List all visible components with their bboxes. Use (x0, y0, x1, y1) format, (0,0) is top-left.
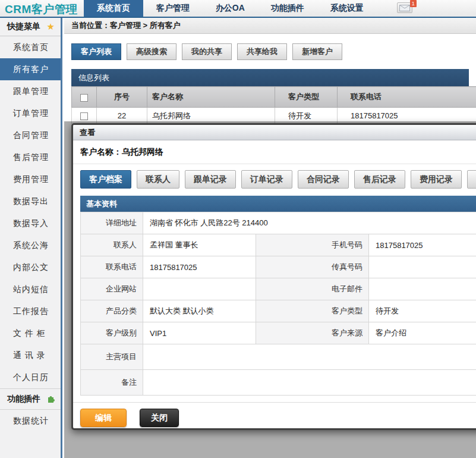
sidebar-item-data-import[interactable]: 数据导入 (0, 212, 61, 234)
customer-table: 序号 客户名称 客户类型 联系电话 22 乌托邦网络 待开发 181758170… (71, 86, 476, 124)
app-logo: CRM客户管理 (0, 0, 84, 17)
tab-contract-records[interactable]: 合同记录 (298, 170, 349, 189)
sidebar-item-contracts[interactable]: 合同管理 (0, 124, 61, 146)
sidebar-item-aftersale[interactable]: 售后管理 (0, 146, 61, 168)
fax-value (369, 256, 476, 278)
tab-followup-records[interactable]: 跟单记录 (185, 170, 236, 189)
level-label: 客户级别 (81, 322, 143, 344)
shared-to-me-button[interactable]: 共享给我 (237, 43, 287, 60)
dialog-footer: 编辑 关闭 (73, 402, 476, 430)
column-type: 客户类型 (275, 87, 338, 108)
nav-home[interactable]: 系统首页 (84, 0, 143, 17)
column-name: 客户名称 (147, 87, 275, 108)
tab-customer-profile[interactable]: 客户档案 (80, 170, 131, 189)
close-button[interactable]: 关闭 (140, 409, 179, 427)
sidebar-item-all-customers[interactable]: 所有客户 (0, 58, 61, 80)
sidebar-header-label: 快捷菜单 (7, 21, 40, 32)
phone-value: 18175817025 (143, 256, 256, 278)
website-value (143, 278, 256, 300)
tab-attachment-records[interactable]: 附件记录 (467, 170, 476, 189)
sidebar-item-followup[interactable]: 跟单管理 (0, 80, 61, 102)
sidebar-item-contacts[interactable]: 通 讯 录 (0, 344, 61, 366)
edit-button[interactable]: 编辑 (80, 409, 127, 427)
sidebar-item-work-reports[interactable]: 工作报告 (0, 300, 61, 322)
select-all-cell (72, 87, 97, 108)
column-seq: 序号 (97, 87, 147, 108)
category-value: 默认大类 默认小类 (143, 300, 256, 322)
tab-contacts[interactable]: 联系人 (137, 170, 179, 189)
tab-aftersale-records[interactable]: 售后记录 (354, 170, 405, 189)
star-icon: ★ (47, 21, 55, 32)
advanced-search-button[interactable]: 高级搜索 (127, 43, 176, 60)
nav-plugins[interactable]: 功能插件 (258, 0, 317, 17)
category-label: 产品分类 (81, 300, 143, 322)
basic-info-section-bar: 基本资料 (80, 196, 476, 212)
tab-expense-records[interactable]: 费用记录 (411, 170, 462, 189)
sidebar-item-orders[interactable]: 订单管理 (0, 102, 61, 124)
customer-list-button[interactable]: 客户列表 (71, 43, 121, 60)
remark-label: 备注 (81, 370, 143, 396)
nav-settings[interactable]: 系统设置 (317, 0, 377, 17)
dialog-tabs: 客户档案 联系人 跟单记录 订单记录 合同记录 售后记录 费用记录 附件记录 (73, 164, 476, 193)
mail-badge: 1 (410, 0, 417, 7)
sidebar-item-file-cabinet[interactable]: 文 件 柜 (0, 322, 61, 344)
nav-office-oa[interactable]: 办公OA (203, 0, 258, 17)
sidebar-item-internal-docs[interactable]: 内部公文 (0, 256, 61, 278)
email-value (369, 278, 476, 300)
toolbar: 客户列表 高级搜索 我的共享 共享给我 新增客户 (71, 43, 469, 60)
sidebar-item-data-stats[interactable]: 数据统计 (0, 410, 61, 432)
my-shares-button[interactable]: 我的共享 (182, 43, 232, 60)
nav-customers[interactable]: 客户管理 (143, 0, 203, 17)
level-value: VIP1 (143, 322, 256, 344)
select-all-checkbox[interactable] (80, 94, 88, 102)
sidebar-item-calendar[interactable]: 个人日历 (0, 366, 61, 388)
business-value (143, 344, 476, 370)
list-title-bar: 信息列表 (71, 69, 469, 86)
app-window: CRM客户管理 系统首页 客户管理 办公OA 功能插件 系统设置 1 快捷菜单 … (0, 0, 476, 458)
dialog-title-bar: 查看 (73, 125, 476, 140)
column-phone: 联系电话 (338, 87, 476, 108)
type-value: 待开发 (369, 300, 476, 322)
sidebar-item-expenses[interactable]: 费用管理 (0, 168, 61, 190)
breadcrumb: 当前位置：客户管理 > 所有客户 (64, 18, 476, 34)
sidebar-header: 快捷菜单 ★ (0, 18, 61, 36)
tab-order-records[interactable]: 订单记录 (241, 170, 292, 189)
row-checkbox[interactable] (80, 112, 88, 120)
puzzle-icon (46, 394, 56, 405)
website-label: 企业网站 (81, 278, 143, 300)
basic-info-table: 详细地址 湖南省 怀化市 人民路22号 214400 联系人 孟祥国 董事长 手… (80, 212, 476, 396)
mail-button[interactable]: 1 (397, 2, 412, 14)
view-customer-dialog: 查看 客户名称：乌托邦网络 客户档案 联系人 跟单记录 订单记录 合同记录 售后… (71, 123, 476, 430)
mobile-label: 手机号码 (256, 234, 369, 256)
table-header-row: 序号 客户名称 客户类型 联系电话 (72, 87, 476, 108)
sidebar-item-data-export[interactable]: 数据导出 (0, 190, 61, 212)
top-navbar: CRM客户管理 系统首页 客户管理 办公OA 功能插件 系统设置 1 (0, 0, 476, 18)
sidebar: 快捷菜单 ★ 系统首页 所有客户 跟单管理 订单管理 合同管理 售后管理 费用管… (0, 18, 62, 458)
email-label: 电子邮件 (256, 278, 369, 300)
fax-label: 传真号码 (256, 256, 369, 278)
contact-value: 孟祥国 董事长 (143, 234, 256, 256)
sidebar-item-messages[interactable]: 站内短信 (0, 278, 61, 300)
phone-label: 联系电话 (81, 256, 143, 278)
remark-value (143, 370, 476, 396)
source-value: 客户介绍 (369, 322, 476, 344)
contact-label: 联系人 (81, 234, 143, 256)
sidebar-item-home[interactable]: 系统首页 (0, 36, 61, 58)
mobile-value: 18175817025 (369, 234, 476, 256)
customer-name-heading: 客户名称：乌托邦网络 (73, 140, 476, 164)
sidebar-plugins-label: 功能插件 (7, 394, 40, 404)
add-customer-button[interactable]: 新增客户 (292, 43, 342, 60)
type-label: 客户类型 (256, 300, 369, 322)
sidebar-plugins-header: 功能插件 (0, 388, 61, 410)
address-value: 湖南省 怀化市 人民路22号 214400 (143, 212, 476, 234)
business-label: 主营项目 (81, 344, 143, 370)
source-label: 客户来源 (256, 322, 369, 344)
sidebar-item-public-pool[interactable]: 系统公海 (0, 234, 61, 256)
address-label: 详细地址 (81, 212, 143, 234)
